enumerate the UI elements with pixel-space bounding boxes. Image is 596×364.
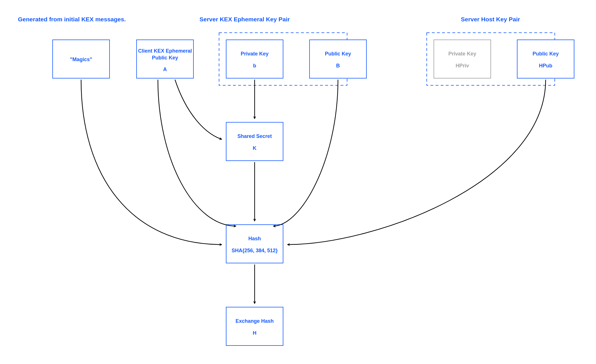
arrow-magics-to-hash [81, 80, 222, 245]
heading-server-host: Server Host Key Pair [461, 16, 520, 22]
arrow-clientkex-to-sharedsecret [175, 80, 222, 139]
box-private-key-b: Private Key b [226, 40, 283, 78]
box-public-key-B: Public Key B [310, 40, 366, 78]
box-hpriv: Private Key HPriv [434, 40, 491, 78]
arrow-hpub-to-hash [287, 80, 546, 245]
heading-generated: Generated from initial KEX messages. [18, 16, 126, 22]
box-hpub-sub: HPub [539, 63, 552, 69]
svg-rect-6 [226, 122, 283, 161]
box-hpub: Public Key HPub [517, 40, 574, 78]
box-shared-secret: Shared Secret K [226, 122, 283, 161]
heading-server-kex: Server KEX Ephemeral Key Pair [199, 16, 290, 22]
box-shared-secret-sub: K [253, 145, 257, 151]
box-shared-secret-title: Shared Secret [237, 133, 272, 139]
box-exchange-hash: Exchange Hash H [226, 307, 283, 346]
box-public-key-B-title: Public Key [325, 51, 351, 57]
box-client-kex-line2: Public Key [152, 55, 178, 61]
diagram-canvas: Generated from initial KEX messages. Ser… [0, 0, 596, 364]
box-hash-title: Hash [248, 236, 261, 241]
box-private-key-b-title: Private Key [241, 51, 269, 57]
box-hpriv-title: Private Key [448, 51, 476, 57]
box-exchange-hash-sub: H [253, 330, 257, 336]
box-hpub-title: Public Key [533, 51, 559, 57]
svg-rect-8 [226, 307, 283, 346]
box-public-key-B-sub: B [336, 63, 340, 69]
svg-rect-4 [434, 40, 491, 78]
box-hash-sub: SHA{256, 384, 512} [232, 248, 278, 253]
box-private-key-b-sub: b [253, 63, 256, 69]
box-client-kex-line1: Client KEX Ephemeral [138, 48, 192, 54]
box-exchange-hash-title: Exchange Hash [236, 318, 274, 324]
box-client-kex-sub: A [163, 67, 167, 72]
box-magics-title: "Magics" [70, 57, 92, 62]
box-client-kex-public-key: Client KEX Ephemeral Public Key A [137, 40, 193, 78]
svg-rect-7 [226, 225, 283, 263]
box-magics: "Magics" [53, 40, 110, 78]
svg-rect-2 [226, 40, 283, 78]
arrow-clientkex-to-hash [158, 80, 236, 226]
svg-rect-3 [310, 40, 366, 78]
box-hash: Hash SHA{256, 384, 512} [226, 225, 283, 263]
box-hpriv-sub: HPriv [455, 63, 469, 69]
svg-rect-5 [517, 40, 574, 78]
